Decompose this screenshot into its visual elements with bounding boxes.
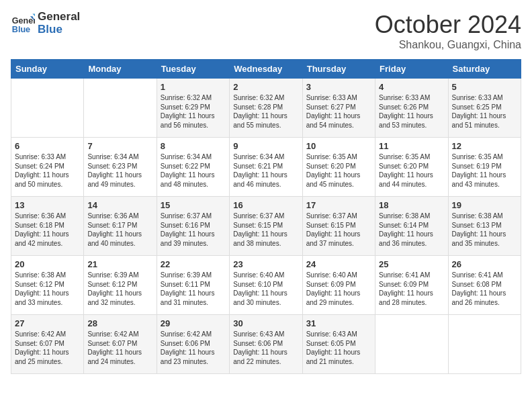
- cell-info: Sunrise: 6:35 AMSunset: 6:20 PMDaylight:…: [379, 153, 433, 188]
- day-number: 11: [379, 141, 444, 151]
- calendar-cell: 21 Sunrise: 6:39 AMSunset: 6:12 PMDaylig…: [84, 256, 157, 315]
- week-row-4: 20 Sunrise: 6:38 AMSunset: 6:12 PMDaylig…: [11, 256, 521, 315]
- day-number: 6: [15, 141, 80, 151]
- cell-info: Sunrise: 6:36 AMSunset: 6:17 PMDaylight:…: [87, 212, 142, 247]
- cell-info: Sunrise: 6:33 AMSunset: 6:24 PMDaylight:…: [15, 153, 69, 188]
- day-header-monday: Monday: [84, 60, 157, 79]
- week-row-2: 6 Sunrise: 6:33 AMSunset: 6:24 PMDayligh…: [11, 138, 521, 197]
- day-number: 1: [161, 82, 226, 92]
- week-row-1: 1 Sunrise: 6:32 AMSunset: 6:29 PMDayligh…: [11, 79, 521, 138]
- cell-info: Sunrise: 6:32 AMSunset: 6:29 PMDaylight:…: [161, 94, 215, 129]
- day-number: 18: [379, 200, 444, 210]
- logo: General Blue General Blue: [11, 11, 80, 36]
- calendar-cell: 18 Sunrise: 6:38 AMSunset: 6:14 PMDaylig…: [375, 197, 448, 256]
- calendar-cell: 29 Sunrise: 6:42 AMSunset: 6:06 PMDaylig…: [157, 315, 229, 374]
- cell-info: Sunrise: 6:35 AMSunset: 6:19 PMDaylight:…: [452, 153, 506, 188]
- day-number: 19: [452, 200, 517, 210]
- calendar-body: 1 Sunrise: 6:32 AMSunset: 6:29 PMDayligh…: [11, 79, 521, 374]
- cell-info: Sunrise: 6:40 AMSunset: 6:10 PMDaylight:…: [233, 271, 287, 306]
- title-block: October 2024 Shankou, Guangxi, China: [375, 11, 521, 51]
- month-title: October 2024: [375, 11, 521, 39]
- calendar-cell: 9 Sunrise: 6:34 AMSunset: 6:21 PMDayligh…: [230, 138, 302, 197]
- calendar-cell: 26 Sunrise: 6:41 AMSunset: 6:08 PMDaylig…: [448, 256, 521, 315]
- day-header-tuesday: Tuesday: [157, 60, 229, 79]
- day-number: 25: [379, 259, 444, 269]
- cell-info: Sunrise: 6:32 AMSunset: 6:28 PMDaylight:…: [233, 94, 287, 129]
- cell-info: Sunrise: 6:33 AMSunset: 6:26 PMDaylight:…: [379, 94, 433, 129]
- week-row-5: 27 Sunrise: 6:42 AMSunset: 6:07 PMDaylig…: [11, 315, 521, 374]
- day-number: 8: [161, 141, 226, 151]
- calendar-cell: [84, 79, 157, 138]
- cell-info: Sunrise: 6:42 AMSunset: 6:06 PMDaylight:…: [161, 330, 215, 365]
- calendar-cell: 10 Sunrise: 6:35 AMSunset: 6:20 PMDaylig…: [302, 138, 375, 197]
- day-number: 23: [233, 259, 298, 269]
- day-number: 2: [233, 82, 298, 92]
- cell-info: Sunrise: 6:37 AMSunset: 6:16 PMDaylight:…: [161, 212, 215, 247]
- day-number: 26: [452, 259, 517, 269]
- cell-info: Sunrise: 6:43 AMSunset: 6:06 PMDaylight:…: [233, 330, 287, 365]
- day-number: 21: [87, 259, 152, 269]
- cell-info: Sunrise: 6:42 AMSunset: 6:07 PMDaylight:…: [15, 330, 69, 365]
- day-number: 15: [161, 200, 226, 210]
- day-number: 9: [233, 141, 298, 151]
- calendar-cell: 15 Sunrise: 6:37 AMSunset: 6:16 PMDaylig…: [157, 197, 229, 256]
- calendar-cell: 30 Sunrise: 6:43 AMSunset: 6:06 PMDaylig…: [230, 315, 302, 374]
- day-header-saturday: Saturday: [448, 60, 521, 79]
- cell-info: Sunrise: 6:38 AMSunset: 6:14 PMDaylight:…: [379, 212, 433, 247]
- day-number: 13: [15, 200, 80, 210]
- logo-blue: Blue: [38, 24, 80, 36]
- day-header-thursday: Thursday: [302, 60, 375, 79]
- calendar-cell: 22 Sunrise: 6:39 AMSunset: 6:11 PMDaylig…: [157, 256, 229, 315]
- calendar-cell: 28 Sunrise: 6:42 AMSunset: 6:07 PMDaylig…: [84, 315, 157, 374]
- day-header-sunday: Sunday: [11, 60, 84, 79]
- calendar-cell: 16 Sunrise: 6:37 AMSunset: 6:15 PMDaylig…: [230, 197, 302, 256]
- calendar-cell: 4 Sunrise: 6:33 AMSunset: 6:26 PMDayligh…: [375, 79, 448, 138]
- cell-info: Sunrise: 6:39 AMSunset: 6:11 PMDaylight:…: [161, 271, 215, 306]
- day-number: 31: [306, 318, 371, 328]
- cell-info: Sunrise: 6:43 AMSunset: 6:05 PMDaylight:…: [306, 330, 361, 365]
- cell-info: Sunrise: 6:33 AMSunset: 6:25 PMDaylight:…: [452, 94, 506, 129]
- calendar-header-row: SundayMondayTuesdayWednesdayThursdayFrid…: [11, 60, 521, 79]
- calendar-cell: 5 Sunrise: 6:33 AMSunset: 6:25 PMDayligh…: [448, 79, 521, 138]
- calendar-cell: 25 Sunrise: 6:41 AMSunset: 6:09 PMDaylig…: [375, 256, 448, 315]
- cell-info: Sunrise: 6:33 AMSunset: 6:27 PMDaylight:…: [306, 94, 361, 129]
- day-number: 22: [161, 259, 226, 269]
- day-number: 16: [233, 200, 298, 210]
- calendar-cell: 11 Sunrise: 6:35 AMSunset: 6:20 PMDaylig…: [375, 138, 448, 197]
- day-number: 17: [306, 200, 371, 210]
- day-number: 3: [306, 82, 371, 92]
- day-number: 27: [15, 318, 80, 328]
- day-number: 28: [87, 318, 152, 328]
- day-number: 20: [15, 259, 80, 269]
- day-number: 30: [233, 318, 298, 328]
- logo-icon: General Blue: [11, 11, 35, 36]
- calendar-cell: 2 Sunrise: 6:32 AMSunset: 6:28 PMDayligh…: [230, 79, 302, 138]
- cell-info: Sunrise: 6:38 AMSunset: 6:12 PMDaylight:…: [15, 271, 69, 306]
- cell-info: Sunrise: 6:41 AMSunset: 6:09 PMDaylight:…: [379, 271, 433, 306]
- day-number: 10: [306, 141, 371, 151]
- calendar-cell: 12 Sunrise: 6:35 AMSunset: 6:19 PMDaylig…: [448, 138, 521, 197]
- calendar-cell: [375, 315, 448, 374]
- calendar-cell: 20 Sunrise: 6:38 AMSunset: 6:12 PMDaylig…: [11, 256, 84, 315]
- calendar-cell: 8 Sunrise: 6:34 AMSunset: 6:22 PMDayligh…: [157, 138, 229, 197]
- calendar-table: SundayMondayTuesdayWednesdayThursdayFrid…: [11, 59, 521, 374]
- cell-info: Sunrise: 6:37 AMSunset: 6:15 PMDaylight:…: [233, 212, 287, 247]
- day-header-wednesday: Wednesday: [230, 60, 302, 79]
- day-number: 12: [452, 141, 517, 151]
- svg-text:Blue: Blue: [12, 24, 30, 34]
- calendar-cell: 19 Sunrise: 6:38 AMSunset: 6:13 PMDaylig…: [448, 197, 521, 256]
- calendar-cell: 31 Sunrise: 6:43 AMSunset: 6:05 PMDaylig…: [302, 315, 375, 374]
- location-subtitle: Shankou, Guangxi, China: [375, 39, 521, 51]
- day-header-friday: Friday: [375, 60, 448, 79]
- calendar-cell: 23 Sunrise: 6:40 AMSunset: 6:10 PMDaylig…: [230, 256, 302, 315]
- calendar-cell: 17 Sunrise: 6:37 AMSunset: 6:15 PMDaylig…: [302, 197, 375, 256]
- cell-info: Sunrise: 6:36 AMSunset: 6:18 PMDaylight:…: [15, 212, 69, 247]
- cell-info: Sunrise: 6:38 AMSunset: 6:13 PMDaylight:…: [452, 212, 506, 247]
- calendar-cell: [11, 79, 84, 138]
- week-row-3: 13 Sunrise: 6:36 AMSunset: 6:18 PMDaylig…: [11, 197, 521, 256]
- calendar-cell: 1 Sunrise: 6:32 AMSunset: 6:29 PMDayligh…: [157, 79, 229, 138]
- day-number: 7: [87, 141, 152, 151]
- cell-info: Sunrise: 6:34 AMSunset: 6:22 PMDaylight:…: [161, 153, 215, 188]
- day-number: 5: [452, 82, 517, 92]
- calendar-cell: 13 Sunrise: 6:36 AMSunset: 6:18 PMDaylig…: [11, 197, 84, 256]
